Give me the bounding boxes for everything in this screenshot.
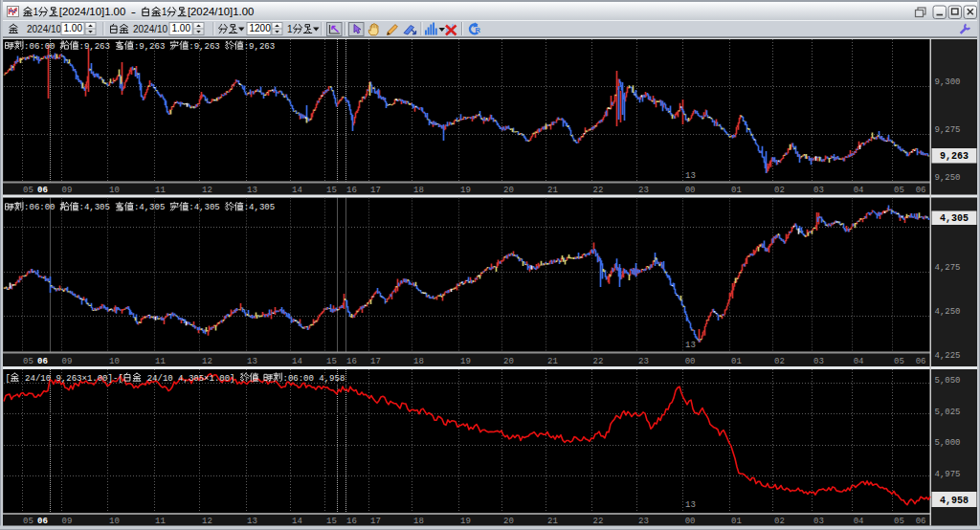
svg-text:9,263×1.00]-[: 9,263×1.00]-[ bbox=[56, 374, 123, 384]
svg-text:04: 04 bbox=[854, 186, 864, 195]
svg-text:09: 09 bbox=[62, 517, 73, 526]
svg-text:4,275: 4,275 bbox=[935, 263, 961, 273]
svg-text:23: 23 bbox=[638, 186, 649, 195]
svg-text:05: 05 bbox=[894, 186, 904, 195]
svg-text:21: 21 bbox=[547, 186, 558, 195]
svg-text::06:00: :06:00 bbox=[24, 203, 55, 212]
svg-text:05: 05 bbox=[23, 357, 33, 366]
svg-text:05: 05 bbox=[894, 357, 904, 366]
svg-text:5,000: 5,000 bbox=[935, 438, 961, 448]
svg-text:2024/10: 2024/10 bbox=[133, 24, 168, 34]
svg-text:14: 14 bbox=[292, 517, 302, 526]
svg-text:13: 13 bbox=[247, 517, 257, 526]
svg-text:4,305: 4,305 bbox=[940, 213, 969, 224]
svg-text:24/10: 24/10 bbox=[147, 374, 173, 384]
svg-text:04: 04 bbox=[854, 357, 864, 366]
svg-text:03: 03 bbox=[813, 186, 824, 195]
svg-text:4,975: 4,975 bbox=[935, 470, 961, 479]
svg-text:13: 13 bbox=[685, 341, 696, 350]
svg-text:1.00: 1.00 bbox=[172, 23, 191, 33]
svg-text:04: 04 bbox=[854, 517, 864, 526]
svg-text:21: 21 bbox=[547, 357, 558, 366]
svg-text:13: 13 bbox=[685, 171, 696, 181]
svg-text::9,263: :9,263 bbox=[134, 42, 165, 52]
svg-text:1: 1 bbox=[33, 6, 38, 17]
svg-text:23: 23 bbox=[638, 357, 649, 366]
svg-text:11: 11 bbox=[155, 517, 166, 526]
svg-text::4,305: :4,305 bbox=[79, 203, 110, 212]
svg-text:24/10: 24/10 bbox=[25, 374, 51, 384]
svg-text:14: 14 bbox=[292, 357, 302, 366]
svg-text:19: 19 bbox=[460, 357, 471, 366]
svg-text:13: 13 bbox=[685, 500, 696, 510]
svg-text::06:00: :06:00 bbox=[24, 42, 55, 52]
svg-text:06: 06 bbox=[916, 517, 926, 526]
svg-text:16: 16 bbox=[346, 357, 357, 366]
svg-text:12: 12 bbox=[202, 186, 212, 195]
svg-text:R: R bbox=[476, 26, 481, 34]
svg-text:9,263: 9,263 bbox=[940, 151, 969, 162]
svg-text:11: 11 bbox=[155, 186, 166, 195]
svg-text:12: 12 bbox=[202, 357, 212, 366]
svg-text:18: 18 bbox=[413, 186, 424, 195]
svg-text:22: 22 bbox=[593, 186, 604, 195]
svg-text:11: 11 bbox=[155, 357, 166, 366]
svg-text:05: 05 bbox=[23, 186, 33, 195]
svg-text:17: 17 bbox=[370, 517, 381, 526]
svg-text:21: 21 bbox=[547, 517, 558, 526]
svg-text:13: 13 bbox=[247, 186, 257, 195]
svg-text:05: 05 bbox=[23, 517, 33, 526]
svg-text:15: 15 bbox=[326, 186, 337, 195]
svg-text:[: [ bbox=[6, 374, 11, 384]
svg-text:15: 15 bbox=[326, 517, 337, 526]
svg-text:05: 05 bbox=[894, 517, 904, 526]
svg-text:4,250: 4,250 bbox=[935, 307, 961, 317]
svg-text:4,958: 4,958 bbox=[940, 496, 969, 506]
svg-text:00: 00 bbox=[685, 357, 696, 366]
svg-text:1200: 1200 bbox=[250, 23, 272, 33]
svg-text:12: 12 bbox=[202, 517, 212, 526]
svg-text::9,263: :9,263 bbox=[79, 42, 110, 52]
svg-text:20: 20 bbox=[503, 517, 514, 526]
svg-text:17: 17 bbox=[370, 357, 381, 366]
svg-text:9,250: 9,250 bbox=[935, 173, 961, 183]
svg-text::4,305: :4,305 bbox=[189, 203, 219, 212]
svg-text:03: 03 bbox=[813, 517, 824, 526]
svg-text:[2024/10]1.00: [2024/10]1.00 bbox=[188, 6, 255, 17]
svg-text:20: 20 bbox=[503, 186, 514, 195]
svg-text::9,263: :9,263 bbox=[189, 42, 219, 52]
svg-text:2024/10: 2024/10 bbox=[27, 24, 62, 34]
svg-text:03: 03 bbox=[813, 357, 824, 366]
svg-text:22: 22 bbox=[593, 517, 604, 526]
svg-text:10: 10 bbox=[109, 186, 120, 195]
svg-text:14: 14 bbox=[292, 186, 302, 195]
svg-text:01: 01 bbox=[731, 186, 742, 195]
svg-text:02: 02 bbox=[774, 357, 785, 366]
svg-text:06: 06 bbox=[916, 186, 926, 195]
svg-text:06: 06 bbox=[916, 357, 926, 366]
svg-text:02: 02 bbox=[774, 517, 785, 526]
svg-text:-: - bbox=[131, 6, 137, 17]
svg-text:13: 13 bbox=[247, 357, 257, 366]
svg-text:10: 10 bbox=[109, 517, 120, 526]
svg-text:4,305×1.00]: 4,305×1.00] bbox=[178, 374, 234, 384]
svg-text:5,050: 5,050 bbox=[935, 376, 961, 386]
svg-text:06: 06 bbox=[37, 357, 48, 366]
svg-text:4,958: 4,958 bbox=[319, 374, 345, 384]
svg-text:9,275: 9,275 bbox=[935, 125, 961, 135]
svg-text:01: 01 bbox=[731, 357, 742, 366]
svg-text:[2024/10]1.00: [2024/10]1.00 bbox=[59, 6, 126, 17]
svg-text:9,300: 9,300 bbox=[935, 77, 961, 87]
svg-text:1: 1 bbox=[287, 24, 293, 34]
svg-text:18: 18 bbox=[413, 517, 424, 526]
svg-text::4,305: :4,305 bbox=[244, 203, 275, 212]
svg-text::06:00: :06:00 bbox=[283, 374, 314, 384]
svg-text:09: 09 bbox=[62, 357, 73, 366]
svg-text:5,025: 5,025 bbox=[935, 408, 961, 417]
svg-text:00: 00 bbox=[685, 517, 696, 526]
svg-text:18: 18 bbox=[413, 357, 424, 366]
svg-text:20: 20 bbox=[503, 357, 514, 366]
svg-text:19: 19 bbox=[460, 517, 471, 526]
svg-text:19: 19 bbox=[460, 186, 471, 195]
svg-text:01: 01 bbox=[731, 517, 742, 526]
